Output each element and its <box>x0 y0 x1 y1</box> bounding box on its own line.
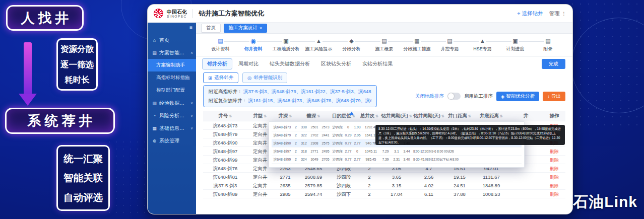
download-icon: ↓ <box>547 94 550 99</box>
sort-icon[interactable]: ⇅ <box>289 114 292 118</box>
subtabs: 邻井分析周期对比钻头关键数据分析区块钻头分析实钻分析结果 <box>202 58 398 69</box>
high-wells-list[interactable]: 滨37-5-斜3、滨648-斜79、滨161-斜22、滨37-5-斜3、滨648… <box>243 89 371 94</box>
close-icon[interactable]: × <box>260 26 262 31</box>
subtab[interactable]: 实钻分析结果 <box>357 58 398 69</box>
menu-icon[interactable]: ≡ <box>189 25 192 30</box>
delete-button[interactable]: 删除 <box>550 165 559 172</box>
table-cell: 3.65 <box>380 173 413 181</box>
stepper-step[interactable]: ▲HSE专篇 <box>466 37 499 52</box>
table-cell: 3.15 <box>380 181 413 189</box>
stepper-step[interactable]: ◆分段分析 <box>335 37 368 52</box>
popup-cell: 滨648-斜99 <box>272 156 293 163</box>
sidebar-item[interactable]: ⊛系统管理 <box>148 134 196 147</box>
tab-construction-design[interactable]: 施工方案设计 × <box>224 24 267 33</box>
sidebar-item-label: 模型部门配置 <box>156 87 185 94</box>
tab-home[interactable]: 首页 <box>201 24 221 33</box>
complex-wells-list[interactable]: 滨161-斜15、滨648-斜73、滨648-斜76、滨648-斜79、滨648… <box>248 98 371 103</box>
column-label: 总井次 <box>360 113 375 119</box>
table-cell: 2608.69 <box>298 173 329 181</box>
sinopec-logo-icon <box>154 9 163 18</box>
delete-button[interactable]: 删除 <box>550 190 559 198</box>
sidebar-item[interactable]: 高指标对标措施 <box>148 71 196 84</box>
sidebar-item-label: 方案智能生成 <box>159 49 188 56</box>
optimize-button[interactable]: ◈ 智能优化分析 <box>496 92 539 101</box>
sidebar-item[interactable]: 方案编制助手 <box>148 59 196 71</box>
sidebar-item[interactable]: ▦基础信息维护∨ <box>148 122 196 134</box>
problem-line: 耗时长 <box>65 72 90 88</box>
sidebar-item[interactable]: ▤方案智能生成∧ <box>148 46 196 59</box>
select-neighbor-button[interactable]: ⊞ 选择邻井 <box>203 72 238 83</box>
flow-badge-manual: 人找井 <box>6 5 84 31</box>
stepper-step[interactable]: ▦分段施工措施 <box>401 37 433 52</box>
export-button[interactable]: ↓ 导出 <box>543 92 565 101</box>
table-cell: 沙四段 <box>329 173 358 181</box>
high-wells-label: 附近高指标井： <box>209 89 242 94</box>
neighbor-wells-table: 井号⇅井型⇅井深⇅垂深⇅目的层位⇅总井次⇅钻井周期(天)⇅钻井周期(天)⇅井口距… <box>203 111 565 214</box>
detail-tooltip: 8-30-12:00二开钻进（钻头）：14.36模拟钻头使用（5米），钻时23.… <box>375 125 565 145</box>
stepper-step[interactable]: ▤施工概要 <box>368 37 401 52</box>
admin-label: 管理 <box>549 10 560 17</box>
flow-badge-system: 系统荐井 <box>5 108 115 134</box>
step-label: 井控专篇 <box>441 46 459 52</box>
subtab[interactable]: 周期对比 <box>233 58 264 69</box>
app-header: 中国石化 SINOPEC 钻井施工方案智能优化 ⌖ 选择钻井 管理 ⋮ <box>148 5 572 23</box>
brand-name: 中国石化 <box>167 9 187 15</box>
plus-icon: ⊞ <box>208 75 212 81</box>
base-icon: ▦ <box>152 126 157 131</box>
popup-cell: 滨648-斜73 <box>272 123 293 131</box>
table-cell: 删除 <box>543 173 565 181</box>
page-title: 钻井施工方案智能优化 <box>199 9 264 18</box>
popup-cell: 2308 <box>309 139 320 147</box>
table-cell: 滨648-斜79 <box>203 130 247 138</box>
stepper-step[interactable]: ▣工程地质分析 <box>270 37 302 52</box>
sidebar-item[interactable]: ⌂首页 <box>148 34 196 46</box>
column-label: 目的层位 <box>332 113 351 119</box>
table-cell: 4.02 <box>413 181 445 189</box>
popup-cell: 0.77 <box>344 139 352 147</box>
finish-button[interactable]: 完成 <box>542 59 565 69</box>
delete-button[interactable]: 删除 <box>550 173 559 181</box>
column-header: 井 <box>508 113 543 119</box>
sort-icon[interactable]: ⇅ <box>264 114 267 118</box>
subtab[interactable]: 区块钻头分析 <box>316 58 356 69</box>
chart-icon: ▣ <box>511 37 519 45</box>
subtab[interactable]: 钻头关键数据分析 <box>265 58 315 69</box>
select-neighbor-label: 选择邻井 <box>214 75 233 81</box>
stepper-step[interactable]: ▣计划进度 <box>499 37 532 52</box>
table-cell: 滨648-斜99 <box>203 156 247 164</box>
sort-icon[interactable]: ⇅ <box>317 114 320 118</box>
smart-identify-label: 邻井智能识别 <box>253 75 282 81</box>
sidebar-item[interactable]: 模型部门配置 <box>148 84 196 97</box>
sort-icon[interactable]: ⇅ <box>468 114 471 118</box>
table-cell: 24.51 <box>445 181 474 189</box>
sidebar-item[interactable]: ▥经验数据助手∨ <box>148 97 196 109</box>
stepper-step[interactable]: ▤井控专篇 <box>433 37 466 52</box>
smart-identify-button[interactable]: ◎ 邻井智能识别 <box>242 72 287 83</box>
table-cell: 2 <box>358 190 380 198</box>
stepper-step[interactable]: ▲施工风险提示 <box>302 37 335 52</box>
admin-menu[interactable]: 管理 ⋮ <box>549 10 567 17</box>
sort-icon[interactable]: ⇅ <box>409 114 412 118</box>
nearby-wells-panel: 附近高指标井： 滨37-5-斜3、滨648-斜79、滨161-斜22、滨37-5… <box>203 85 377 107</box>
delete-button[interactable]: 删除 <box>550 182 559 189</box>
table-cell <box>508 181 543 189</box>
delete-button[interactable]: 删除 <box>550 156 559 164</box>
sort-icon[interactable]: ⇅ <box>500 114 503 118</box>
sidebar-item[interactable]: ◔风险分析助手∨ <box>148 109 196 122</box>
stepper-step[interactable]: ▤设计资料 <box>204 37 237 52</box>
select-well-link[interactable]: ⌖ 选择钻井 <box>518 10 543 17</box>
column-label: 钻井周期(天) <box>381 113 408 119</box>
geology-sort-label: 关闭地质排序 <box>415 93 444 100</box>
stepper-step[interactable]: ◉邻井资料 <box>237 37 270 52</box>
sort-icon[interactable]: ⇅ <box>229 114 232 118</box>
column-label: 井号 <box>219 113 228 119</box>
sort-icon[interactable]: ⇅ <box>441 114 444 118</box>
stepper-step[interactable]: ▤附录 <box>532 37 564 52</box>
subtab[interactable]: 邻井分析 <box>202 58 232 69</box>
column-label: 井 <box>524 113 529 119</box>
table-cell: 定向井 <box>247 173 273 181</box>
sort-toggle[interactable] <box>447 93 461 100</box>
delete-button[interactable]: 删除 <box>550 148 559 155</box>
sort-icon[interactable]: ⇅ <box>375 114 378 118</box>
gear-icon: ⊛ <box>152 138 157 143</box>
